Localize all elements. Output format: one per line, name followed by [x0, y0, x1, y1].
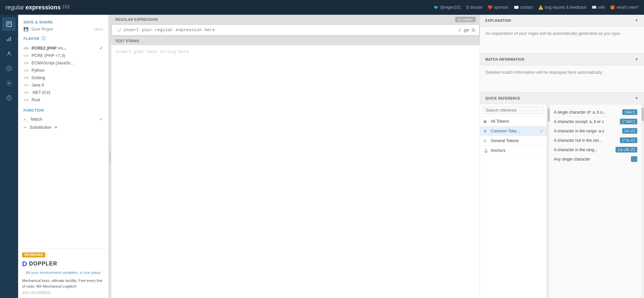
nav-sponsor[interactable]: ❤️ sponsor: [488, 5, 508, 10]
explanation-text: An explanation of your regex will be aut…: [485, 31, 639, 37]
svg-point-5: [7, 66, 11, 71]
all-tokens-icon: ◉: [483, 119, 488, 124]
logo-suffix: 101: [62, 4, 70, 11]
qr-entry-5[interactable]: A character in the rang... [a-zA-Z]: [554, 145, 637, 155]
qr-search-input[interactable]: [483, 106, 544, 114]
flavor-label: Java 8: [32, 83, 44, 87]
regex-flags: / gm: [459, 27, 469, 33]
icon-bar-stats[interactable]: [2, 32, 16, 46]
flavor-label: Rust: [32, 98, 40, 102]
code-icon: </>: [23, 46, 29, 50]
function-label: Match: [31, 117, 42, 122]
expand-icon: ▼: [54, 125, 58, 129]
qr-category-general-tokens[interactable]: ⊙ General Tokens: [480, 136, 547, 146]
anchors-icon: ⚓: [483, 148, 488, 153]
qr-category-label: General Tokens: [491, 138, 519, 143]
regex-input-row: : / / gm ⧉: [111, 24, 480, 36]
quick-ref-body: ◉ All Tokens ★ Common Toke... ✓ ⊙ Genera…: [480, 104, 644, 298]
match-info-text: Detailed match information will be displ…: [485, 69, 639, 76]
quick-ref-header[interactable]: QUICK REFERENCE ▼: [480, 93, 644, 104]
site-logo: regular expressions 101: [5, 4, 70, 11]
test-string-input[interactable]: [111, 45, 480, 298]
sponsor-tagline: All your environment variables, in one p…: [22, 270, 104, 275]
regex-input[interactable]: [121, 27, 459, 33]
qr-right-scrollbar[interactable]: [641, 104, 644, 298]
function-substitution[interactable]: ✂ Substitution ▼: [23, 123, 103, 131]
icon-bar-account[interactable]: [2, 47, 16, 60]
qr-category-common-tokens[interactable]: ★ Common Toke... ✓: [480, 126, 547, 136]
icon-bar-editor[interactable]: [2, 17, 16, 31]
flavor-label: ECMAScript (JavaSc...: [32, 61, 74, 65]
qr-category-label: All Tokens: [491, 119, 509, 124]
flavor-rust[interactable]: </> Rust: [23, 96, 103, 104]
nav-donate[interactable]: $ donate: [466, 5, 482, 10]
flavor-golang[interactable]: </> Golang: [23, 74, 103, 81]
save-shortcut: ctrl+s: [94, 27, 103, 31]
explanation-section: EXPLANATION ▼ An explanation of your reg…: [480, 15, 644, 54]
sidebar-scroll: SAVE & SHARE 💾 Save Regex ctrl+s FLAVOR …: [18, 15, 108, 248]
logo-regular: regular: [5, 4, 24, 11]
qr-entry-3[interactable]: A character in the range: a-z [a-z]: [554, 126, 637, 136]
qr-entry-badge: .: [631, 156, 637, 162]
qr-entry-text: A character not in the ran...: [554, 138, 617, 143]
function-check: ✓: [99, 117, 103, 122]
qr-right-scrollbar-thumb: [642, 108, 644, 121]
regex-start-delimiter: :: [116, 27, 119, 33]
sidebar: SAVE & SHARE 💾 Save Regex ctrl+s FLAVOR …: [18, 15, 109, 298]
match-info-section: MATCH INFORMATION ▼ Detailed match infor…: [480, 54, 644, 93]
match-info-body: Detailed match information will be displ…: [480, 65, 644, 92]
qr-category-anchors[interactable]: ⚓ Anchors: [480, 146, 547, 156]
flavor-pcre2[interactable]: </> PCRE2 (PHP >=... ✓: [23, 44, 103, 52]
qr-entry-6[interactable]: Any single character .: [554, 155, 637, 164]
flavor-info-icon[interactable]: ⓘ: [41, 36, 46, 42]
ads-via-label: ADS VIA CARBON: [22, 291, 104, 295]
regex-section: REGULAR EXPRESSION no match : / / gm ⧉: [111, 15, 480, 36]
qr-category-all-tokens[interactable]: ◉ All Tokens: [480, 117, 547, 126]
nav-whats-new[interactable]: 🎁 what's new?: [610, 5, 639, 10]
qr-entry-text: A character except: a, b or c: [554, 119, 617, 124]
top-nav: regular expressions 101 🐦 @regex101 $ do…: [0, 0, 644, 15]
common-tokens-icon: ★: [483, 129, 488, 133]
save-row[interactable]: 💾 Save Regex ctrl+s: [23, 27, 103, 32]
right-panel: EXPLANATION ▼ An explanation of your reg…: [480, 15, 644, 298]
icon-bar-settings[interactable]: [2, 76, 16, 90]
sponsors-section: SPONSORS D DOPPLER All your environment …: [18, 248, 108, 298]
sponsors-label: SPONSORS: [22, 252, 45, 257]
flavor-java8[interactable]: </> Java 8: [23, 81, 103, 89]
save-share-title: SAVE & SHARE: [23, 20, 103, 24]
svg-point-4: [8, 52, 10, 54]
svg-rect-3: [10, 37, 11, 41]
nav-contact[interactable]: ✉️ contact: [514, 5, 533, 10]
match-info-chevron: ▼: [635, 57, 639, 62]
match-info-header[interactable]: MATCH INFORMATION ▼: [480, 54, 644, 65]
nav-bug-reports[interactable]: ⚠️ bug reports & feedback: [538, 5, 586, 10]
flavor-pcre[interactable]: </> PCRE (PHP <7.3): [23, 52, 103, 59]
doppler-name: DOPPLER: [29, 261, 57, 267]
quick-ref-title: QUICK REFERENCE: [485, 97, 520, 100]
function-title: FUNCTION: [23, 108, 103, 112]
flavor-python[interactable]: </> Python: [23, 67, 103, 74]
copy-icon[interactable]: ⧉: [472, 27, 475, 33]
doppler-logo[interactable]: D DOPPLER: [22, 260, 104, 268]
qr-entry-2[interactable]: A character except: a, b or c [^abc]: [554, 117, 637, 126]
svg-rect-1: [7, 39, 8, 41]
sidebar-resize-handle[interactable]: [109, 15, 111, 298]
code-icon: </>: [23, 54, 29, 58]
main-layout: SAVE & SHARE 💾 Save Regex ctrl+s FLAVOR …: [0, 15, 644, 298]
flavor-ecmascript[interactable]: </> ECMAScript (JavaSc...: [23, 59, 103, 67]
qr-entry-1[interactable]: A single character of: a, b o... [abc]: [554, 108, 637, 117]
qr-entry-badge: [a-zA-Z]: [615, 147, 637, 153]
qr-list-scrollbar[interactable]: [547, 104, 550, 298]
qr-entries: A single character of: a, b o... [abc] A…: [550, 104, 641, 298]
nav-twitter[interactable]: 🐦 @regex101: [434, 5, 461, 10]
function-match[interactable]: >_ Match ✓: [23, 115, 103, 123]
code-icon: </>: [23, 83, 29, 87]
icon-bar-help[interactable]: [2, 91, 16, 105]
qr-entry-4[interactable]: A character not in the ran... [^a-z]: [554, 136, 637, 145]
icon-bar-community[interactable]: [2, 62, 16, 75]
flavor-dotnet[interactable]: </> .NET (C#): [23, 89, 103, 96]
nav-wiki[interactable]: 📖 wiki: [592, 5, 605, 10]
explanation-header[interactable]: EXPLANATION ▼: [480, 15, 644, 26]
function-label: Substitution: [30, 125, 51, 130]
quick-ref-chevron: ▼: [635, 96, 639, 101]
